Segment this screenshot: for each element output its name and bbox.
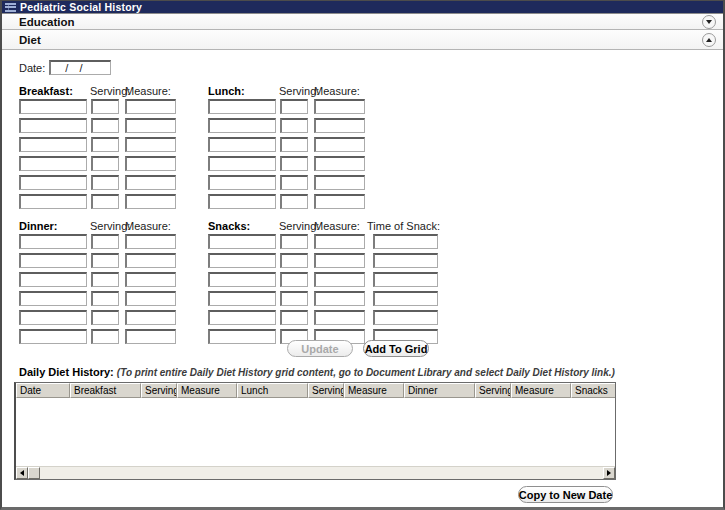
breakfast-food-input[interactable] — [19, 175, 87, 190]
dinner-serving-input[interactable] — [91, 253, 119, 268]
add-to-grid-button[interactable]: Add To Grid — [363, 340, 429, 357]
dinner-measure-input[interactable] — [125, 253, 176, 268]
lunch-food-input[interactable] — [208, 99, 276, 114]
snacks-food-input[interactable] — [208, 234, 276, 249]
breakfast-food-input[interactable] — [19, 156, 87, 171]
breakfast-measure-input[interactable] — [125, 175, 176, 190]
history-column-header[interactable]: Measure — [511, 383, 571, 398]
breakfast-measure-input[interactable] — [125, 137, 176, 152]
date-input[interactable] — [49, 60, 111, 75]
lunch-serving-input[interactable] — [280, 156, 308, 171]
snacks-serving-input[interactable] — [280, 291, 308, 306]
snacks-time-of-snack-input[interactable] — [373, 310, 438, 325]
chevron-down-icon[interactable] — [702, 15, 716, 29]
update-button[interactable]: Update — [287, 340, 353, 357]
history-column-header[interactable]: Date — [16, 383, 70, 398]
section-header-education[interactable]: Education — [2, 14, 723, 30]
snacks-serving-input[interactable] — [280, 272, 308, 287]
snacks-measure-input[interactable] — [314, 310, 365, 325]
breakfast-food-input[interactable] — [19, 137, 87, 152]
dinner-food-input[interactable] — [19, 272, 87, 287]
dinner-food-input[interactable] — [19, 253, 87, 268]
breakfast-measure-input[interactable] — [125, 118, 176, 133]
history-column-header[interactable]: Dinner — [404, 383, 475, 398]
history-column-header[interactable]: Breakfast — [70, 383, 141, 398]
lunch-food-input[interactable] — [208, 175, 276, 190]
breakfast-serving-input[interactable] — [91, 137, 119, 152]
dinner-food-input[interactable] — [19, 310, 87, 325]
dinner-serving-input[interactable] — [91, 310, 119, 325]
lunch-measure-input[interactable] — [314, 194, 365, 209]
breakfast-serving-input[interactable] — [91, 99, 119, 114]
dinner-serving-input[interactable] — [91, 234, 119, 249]
breakfast-serving-input[interactable] — [91, 194, 119, 209]
scrollbar-thumb[interactable] — [28, 467, 40, 479]
dinner-serving-input[interactable] — [91, 329, 119, 344]
history-column-header[interactable]: Measure — [177, 383, 237, 398]
lunch-serving-input[interactable] — [280, 99, 308, 114]
dinner-measure-input[interactable] — [125, 272, 176, 287]
breakfast-food-input[interactable] — [19, 194, 87, 209]
breakfast-food-input[interactable] — [19, 118, 87, 133]
dinner-measure-input[interactable] — [125, 234, 176, 249]
lunch-serving-input[interactable] — [280, 137, 308, 152]
breakfast-serving-input[interactable] — [91, 175, 119, 190]
lunch-food-input[interactable] — [208, 137, 276, 152]
dinner-serving-input[interactable] — [91, 291, 119, 306]
dinner-food-input[interactable] — [19, 329, 87, 344]
lunch-food-input[interactable] — [208, 156, 276, 171]
lunch-serving-input[interactable] — [280, 194, 308, 209]
snacks-food-input[interactable] — [208, 310, 276, 325]
copy-to-new-date-button[interactable]: Copy to New Date — [518, 486, 613, 503]
history-column-header[interactable]: Serving — [475, 383, 511, 398]
lunch-measure-input[interactable] — [314, 99, 365, 114]
history-column-header[interactable]: Lunch — [237, 383, 308, 398]
breakfast-measure-input[interactable] — [125, 156, 176, 171]
breakfast-measure-input[interactable] — [125, 194, 176, 209]
scrollbar-track[interactable] — [40, 467, 603, 479]
chevron-up-icon[interactable] — [702, 33, 716, 47]
snacks-time-of-snack-input[interactable] — [373, 234, 438, 249]
breakfast-serving-input[interactable] — [91, 118, 119, 133]
history-column-header[interactable]: Serving — [308, 383, 344, 398]
snacks-food-input[interactable] — [208, 272, 276, 287]
snacks-time-of-snack-input[interactable] — [373, 272, 438, 287]
lunch-serving-input[interactable] — [280, 175, 308, 190]
dinner-measure-input[interactable] — [125, 310, 176, 325]
snacks-time-of-snack-input[interactable] — [373, 253, 438, 268]
lunch-serving-input[interactable] — [280, 118, 308, 133]
dinner-measure-input[interactable] — [125, 329, 176, 344]
lunch-food-input[interactable] — [208, 118, 276, 133]
scroll-right-icon[interactable] — [603, 467, 615, 479]
lunch-measure-input[interactable] — [314, 137, 365, 152]
snacks-measure-input[interactable] — [314, 234, 365, 249]
snacks-food-input[interactable] — [208, 253, 276, 268]
lunch-measure-input[interactable] — [314, 118, 365, 133]
snacks-serving-input[interactable] — [280, 310, 308, 325]
horizontal-scrollbar[interactable] — [16, 466, 615, 479]
dinner-measure-input[interactable] — [125, 291, 176, 306]
snacks-food-input[interactable] — [208, 329, 276, 344]
snacks-food-input[interactable] — [208, 291, 276, 306]
snacks-measure-input[interactable] — [314, 291, 365, 306]
breakfast-measure-label: Measure: — [125, 85, 171, 97]
dinner-food-input[interactable] — [19, 291, 87, 306]
dinner-food-input[interactable] — [19, 234, 87, 249]
dinner-serving-input[interactable] — [91, 272, 119, 287]
history-column-header[interactable]: Measure — [344, 383, 404, 398]
snacks-measure-input[interactable] — [314, 272, 365, 287]
breakfast-food-input[interactable] — [19, 99, 87, 114]
snacks-serving-input[interactable] — [280, 234, 308, 249]
breakfast-serving-input[interactable] — [91, 156, 119, 171]
breakfast-measure-input[interactable] — [125, 99, 176, 114]
snacks-time-of-snack-input[interactable] — [373, 291, 438, 306]
scroll-left-icon[interactable] — [16, 467, 28, 479]
section-header-diet[interactable]: Diet — [2, 30, 723, 50]
history-column-header[interactable]: Snacks — [571, 383, 615, 398]
lunch-measure-input[interactable] — [314, 156, 365, 171]
history-column-header[interactable]: Serving — [141, 383, 177, 398]
snacks-measure-input[interactable] — [314, 253, 365, 268]
snacks-serving-input[interactable] — [280, 253, 308, 268]
lunch-measure-input[interactable] — [314, 175, 365, 190]
lunch-food-input[interactable] — [208, 194, 276, 209]
